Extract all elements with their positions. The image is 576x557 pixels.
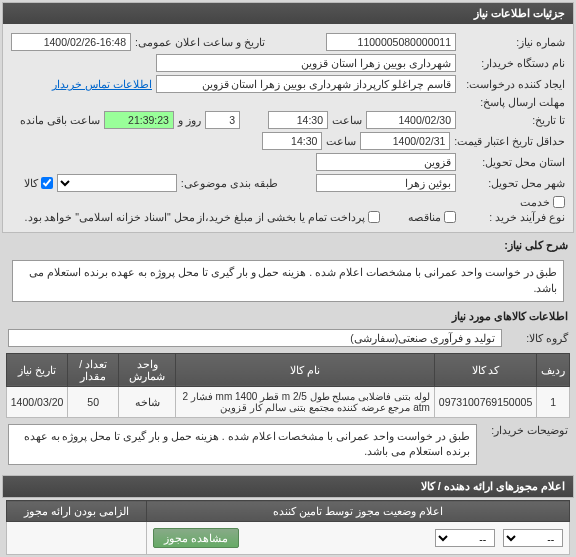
select-status-2[interactable]: --: [435, 529, 495, 547]
th: تاریخ نیاز: [6, 353, 68, 386]
cb-goods-wrap[interactable]: کالا: [24, 177, 53, 189]
label-hour2: ساعت: [326, 135, 356, 147]
license-panel-header: اعلام مجوزهای ارائه دهنده / کالا: [3, 476, 573, 497]
label-announce: تاریخ و ساعت اعلان عمومی:: [135, 36, 265, 48]
th: تعداد / مقدار: [68, 353, 119, 386]
field-days: 3: [205, 111, 240, 129]
field-countdown: 21:39:23: [104, 111, 174, 129]
form-area: شماره نیاز: 1100005080000011 تاریخ و ساع…: [3, 24, 573, 232]
field-city: بوئین زهرا: [316, 174, 456, 192]
details-panel: جزئیات اطلاعات نیاز شماره نیاز: 11000050…: [2, 2, 574, 233]
cell: 0973100769150005: [434, 386, 536, 417]
label-buyer-org: نام دستگاه خریدار:: [460, 57, 565, 69]
cell: شاخه: [118, 386, 175, 417]
th-status: اعلام وضعیت مجوز توسط تامین کننده: [146, 501, 569, 522]
goods-table: ردیفکد کالانام کالاواحد شمارشتعداد / مقد…: [6, 353, 570, 418]
contact-info-link[interactable]: اطلاعات تماس خریدار: [52, 78, 152, 90]
field-province: قزوین: [316, 153, 456, 171]
buyer-desc-box: طبق در خواست واحد عمرانی با مشخصات اعلام…: [8, 424, 477, 466]
label-price-valid: حداقل تاریخ اعتبار قیمت:: [454, 135, 565, 147]
field-price-valid-date: 1400/02/31: [360, 132, 450, 150]
cell: 50: [68, 386, 119, 417]
cell: 1: [537, 386, 570, 417]
th: واحد شمارش: [118, 353, 175, 386]
label-reply-deadline: مهلت ارسال پاسخ:: [460, 96, 565, 108]
overall-desc-title: شرح کلی نیاز:: [0, 235, 576, 256]
field-need-no: 1100005080000011: [326, 33, 456, 51]
cb-goods[interactable]: [41, 177, 53, 189]
license-table: اعلام وضعیت مجوز توسط تامین کننده الزامی…: [6, 500, 570, 555]
cb-service[interactable]: [553, 196, 565, 208]
label-subject: طبقه بندی موضوعی:: [181, 177, 278, 190]
field-reply-date: 1400/02/30: [366, 111, 456, 129]
field-buyer-org: شهرداری بویین زهرا استان قزوین: [156, 54, 456, 72]
mandatory-cell: [6, 522, 146, 555]
cell: 1400/03/20: [6, 386, 68, 417]
goods-table-head-row: ردیفکد کالانام کالاواحد شمارشتعداد / مقد…: [6, 353, 569, 386]
overall-desc-box: طبق در خواست واحد عمرانی با مشخصات اعلام…: [12, 260, 565, 302]
label-buyer-desc: توضیحات خریدار:: [483, 424, 568, 436]
label-city: شهر محل تحویل:: [460, 177, 565, 189]
label-process-type: نوع فرآیند خرید :: [460, 211, 565, 223]
th: کد کالا: [434, 353, 536, 386]
label-remaining: ساعت باقی مانده: [20, 114, 100, 127]
cb-demand-label: مناقصه: [408, 211, 441, 223]
cb-goods-label: کالا: [24, 177, 38, 189]
field-reply-time: 14:30: [268, 111, 328, 129]
field-price-valid-time: 14:30: [262, 132, 322, 150]
label-need-no: شماره نیاز:: [460, 36, 565, 48]
goods-info-title: اطلاعات کالاهای مورد نیاز: [0, 306, 576, 327]
field-announce: 16:48 - 1400/02/26: [11, 33, 131, 51]
label-hour1: ساعت: [332, 114, 362, 126]
cb-service-label: خدمت: [520, 196, 550, 208]
license-row: -- -- مشاهده مجوز: [6, 522, 569, 555]
cb-partial[interactable]: [368, 211, 380, 223]
label-day: روز و: [178, 114, 201, 127]
field-creator: قاسم چراغلو کارپرداز شهرداری بویین زهرا …: [156, 75, 456, 93]
select-subject[interactable]: [57, 174, 177, 192]
details-panel-header: جزئیات اطلاعات نیاز: [3, 3, 573, 24]
table-row: 10973100769150005لوله بتنی فاضلابی مسلح …: [6, 386, 569, 417]
th: نام کالا: [176, 353, 435, 386]
view-license-button[interactable]: مشاهده مجوز: [153, 528, 239, 548]
th-mandatory: الزامی بودن ارائه مجوز: [6, 501, 146, 522]
cb-service-wrap[interactable]: خدمت: [520, 196, 565, 208]
cell: لوله بتنی فاضلابی مسلح طول 2/5 m قطر 140…: [176, 386, 435, 417]
label-to-date: تا تاریخ:: [460, 114, 565, 126]
goods-table-body: 10973100769150005لوله بتنی فاضلابی مسلح …: [6, 386, 569, 417]
label-province: استان محل تحویل:: [460, 156, 565, 168]
field-goods-group: تولید و فرآوری صنعتی(سفارشی): [8, 329, 502, 347]
th: ردیف: [537, 353, 570, 386]
select-status-1[interactable]: --: [503, 529, 563, 547]
label-creator: ایجاد کننده درخواست:: [460, 78, 565, 90]
label-goods-group: گروه کالا:: [508, 332, 568, 344]
cb-demand[interactable]: [444, 211, 456, 223]
cb-partial-wrap[interactable]: پرداخت تمام یا بخشی از مبلغ خرید،از محل …: [25, 211, 380, 223]
cb-demand-wrap[interactable]: مناقصه: [408, 211, 456, 223]
cb-partial-label: پرداخت تمام یا بخشی از مبلغ خرید،از محل …: [25, 211, 365, 223]
